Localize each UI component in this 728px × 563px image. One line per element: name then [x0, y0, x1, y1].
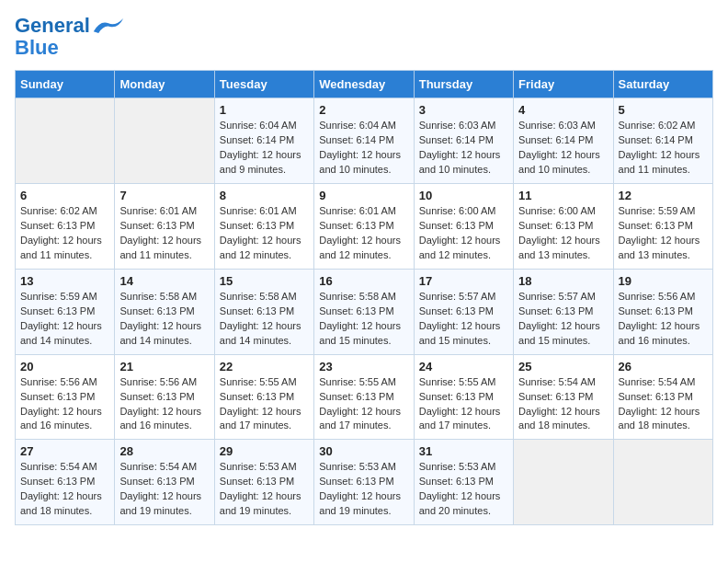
day-number: 10 [419, 189, 508, 202]
day-number: 6 [20, 189, 109, 202]
day-number: 15 [220, 274, 309, 288]
weekday-header-thursday: Thursday [414, 71, 513, 98]
calendar-cell: 2Sunrise: 6:04 AM Sunset: 6:14 PM Daylig… [314, 98, 414, 184]
calendar-cell: 7Sunrise: 6:01 AM Sunset: 6:13 PM Daylig… [115, 184, 214, 270]
day-number: 12 [619, 189, 708, 202]
day-info: Sunrise: 5:55 AM Sunset: 6:13 PM Dayligh… [319, 375, 408, 434]
day-info: Sunrise: 5:58 AM Sunset: 6:13 PM Dayligh… [319, 290, 408, 349]
day-info: Sunrise: 6:03 AM Sunset: 6:14 PM Dayligh… [419, 119, 508, 178]
day-number: 23 [319, 360, 408, 373]
day-number: 3 [419, 103, 508, 117]
logo-blue: Blue [15, 37, 59, 59]
calendar-week-row: 13Sunrise: 5:59 AM Sunset: 6:13 PM Dayli… [16, 269, 713, 354]
calendar-cell: 5Sunrise: 6:02 AM Sunset: 6:14 PM Daylig… [613, 98, 712, 184]
calendar-cell: 21Sunrise: 5:56 AM Sunset: 6:13 PM Dayli… [115, 354, 214, 440]
day-info: Sunrise: 5:55 AM Sunset: 6:13 PM Dayligh… [419, 375, 508, 434]
weekday-header-saturday: Saturday [613, 71, 712, 98]
day-info: Sunrise: 6:00 AM Sunset: 6:13 PM Dayligh… [419, 204, 508, 263]
calendar-cell: 27Sunrise: 5:54 AM Sunset: 6:13 PM Dayli… [16, 440, 115, 525]
calendar-cell: 26Sunrise: 5:54 AM Sunset: 6:13 PM Dayli… [613, 354, 712, 440]
calendar-cell: 17Sunrise: 5:57 AM Sunset: 6:13 PM Dayli… [414, 269, 513, 354]
page-container: General Blue SundayMondayTuesdayWednesda… [0, 0, 728, 534]
calendar-cell: 10Sunrise: 6:00 AM Sunset: 6:13 PM Dayli… [414, 184, 513, 270]
day-info: Sunrise: 5:53 AM Sunset: 6:13 PM Dayligh… [319, 460, 408, 519]
day-number: 25 [518, 360, 608, 373]
day-info: Sunrise: 5:58 AM Sunset: 6:13 PM Dayligh… [119, 290, 209, 349]
calendar-cell: 16Sunrise: 5:58 AM Sunset: 6:13 PM Dayli… [314, 269, 414, 354]
day-number: 5 [619, 103, 708, 117]
day-number: 26 [619, 360, 708, 373]
weekday-header-friday: Friday [514, 71, 613, 98]
day-info: Sunrise: 5:59 AM Sunset: 6:13 PM Dayligh… [20, 290, 109, 349]
day-info: Sunrise: 6:00 AM Sunset: 6:13 PM Dayligh… [518, 204, 608, 263]
day-info: Sunrise: 5:56 AM Sunset: 6:13 PM Dayligh… [20, 375, 109, 434]
day-number: 18 [518, 274, 608, 288]
day-number: 21 [119, 360, 209, 373]
day-info: Sunrise: 5:53 AM Sunset: 6:13 PM Dayligh… [220, 460, 309, 519]
day-info: Sunrise: 5:58 AM Sunset: 6:13 PM Dayligh… [220, 290, 309, 349]
day-info: Sunrise: 6:04 AM Sunset: 6:14 PM Dayligh… [319, 119, 408, 178]
day-number: 31 [419, 444, 508, 458]
calendar-cell [514, 440, 613, 525]
calendar-cell: 30Sunrise: 5:53 AM Sunset: 6:13 PM Dayli… [314, 440, 414, 525]
calendar-cell: 4Sunrise: 6:03 AM Sunset: 6:14 PM Daylig… [514, 98, 613, 184]
day-number: 4 [518, 103, 608, 117]
weekday-header-sunday: Sunday [16, 71, 115, 98]
calendar-cell: 1Sunrise: 6:04 AM Sunset: 6:14 PM Daylig… [214, 98, 313, 184]
calendar-week-row: 27Sunrise: 5:54 AM Sunset: 6:13 PM Dayli… [16, 440, 713, 525]
calendar-week-row: 1Sunrise: 6:04 AM Sunset: 6:14 PM Daylig… [16, 98, 713, 184]
logo-bird-icon [92, 17, 125, 35]
day-number: 11 [518, 189, 608, 202]
day-number: 16 [319, 274, 408, 288]
day-info: Sunrise: 6:02 AM Sunset: 6:14 PM Dayligh… [619, 119, 708, 178]
day-info: Sunrise: 6:03 AM Sunset: 6:14 PM Dayligh… [518, 119, 608, 178]
calendar-cell: 8Sunrise: 6:01 AM Sunset: 6:13 PM Daylig… [214, 184, 313, 270]
day-info: Sunrise: 6:01 AM Sunset: 6:13 PM Dayligh… [220, 204, 309, 263]
day-number: 17 [419, 274, 508, 288]
calendar-week-row: 20Sunrise: 5:56 AM Sunset: 6:13 PM Dayli… [16, 354, 713, 440]
calendar-week-row: 6Sunrise: 6:02 AM Sunset: 6:13 PM Daylig… [16, 184, 713, 270]
calendar-cell: 9Sunrise: 6:01 AM Sunset: 6:13 PM Daylig… [314, 184, 414, 270]
day-number: 19 [619, 274, 708, 288]
calendar-cell: 11Sunrise: 6:00 AM Sunset: 6:13 PM Dayli… [514, 184, 613, 270]
calendar-cell: 6Sunrise: 6:02 AM Sunset: 6:13 PM Daylig… [16, 184, 115, 270]
day-info: Sunrise: 6:04 AM Sunset: 6:14 PM Dayligh… [220, 119, 309, 178]
calendar-cell: 13Sunrise: 5:59 AM Sunset: 6:13 PM Dayli… [16, 269, 115, 354]
day-number: 14 [119, 274, 209, 288]
weekday-header-tuesday: Tuesday [214, 71, 313, 98]
day-number: 2 [319, 103, 408, 117]
calendar-cell: 28Sunrise: 5:54 AM Sunset: 6:13 PM Dayli… [115, 440, 214, 525]
day-number: 9 [319, 189, 408, 202]
calendar-cell: 25Sunrise: 5:54 AM Sunset: 6:13 PM Dayli… [514, 354, 613, 440]
day-number: 30 [319, 444, 408, 458]
calendar-cell: 15Sunrise: 5:58 AM Sunset: 6:13 PM Dayli… [214, 269, 313, 354]
weekday-header-monday: Monday [115, 71, 214, 98]
calendar-cell [115, 98, 214, 184]
day-info: Sunrise: 5:54 AM Sunset: 6:13 PM Dayligh… [619, 375, 708, 434]
day-info: Sunrise: 5:54 AM Sunset: 6:13 PM Dayligh… [518, 375, 608, 434]
calendar-cell: 24Sunrise: 5:55 AM Sunset: 6:13 PM Dayli… [414, 354, 513, 440]
calendar-cell: 12Sunrise: 5:59 AM Sunset: 6:13 PM Dayli… [613, 184, 712, 270]
day-number: 7 [119, 189, 209, 202]
weekday-header-wednesday: Wednesday [314, 71, 414, 98]
day-info: Sunrise: 5:54 AM Sunset: 6:13 PM Dayligh… [119, 460, 209, 519]
day-info: Sunrise: 5:55 AM Sunset: 6:13 PM Dayligh… [220, 375, 309, 434]
logo-general: General [15, 14, 90, 37]
day-info: Sunrise: 5:56 AM Sunset: 6:13 PM Dayligh… [119, 375, 209, 434]
day-info: Sunrise: 6:01 AM Sunset: 6:13 PM Dayligh… [119, 204, 209, 263]
calendar-cell: 22Sunrise: 5:55 AM Sunset: 6:13 PM Dayli… [214, 354, 313, 440]
day-number: 1 [220, 103, 309, 117]
calendar-table: SundayMondayTuesdayWednesdayThursdayFrid… [15, 70, 713, 525]
calendar-cell: 20Sunrise: 5:56 AM Sunset: 6:13 PM Dayli… [16, 354, 115, 440]
day-info: Sunrise: 5:57 AM Sunset: 6:13 PM Dayligh… [518, 290, 608, 349]
calendar-cell: 3Sunrise: 6:03 AM Sunset: 6:14 PM Daylig… [414, 98, 513, 184]
day-info: Sunrise: 5:54 AM Sunset: 6:13 PM Dayligh… [20, 460, 109, 519]
calendar-cell: 29Sunrise: 5:53 AM Sunset: 6:13 PM Dayli… [214, 440, 313, 525]
day-info: Sunrise: 6:01 AM Sunset: 6:13 PM Dayligh… [319, 204, 408, 263]
day-number: 29 [220, 444, 309, 458]
logo: General Blue [15, 15, 125, 59]
day-info: Sunrise: 5:59 AM Sunset: 6:13 PM Dayligh… [619, 204, 708, 263]
calendar-cell [16, 98, 115, 184]
calendar-cell: 14Sunrise: 5:58 AM Sunset: 6:13 PM Dayli… [115, 269, 214, 354]
day-number: 22 [220, 360, 309, 373]
